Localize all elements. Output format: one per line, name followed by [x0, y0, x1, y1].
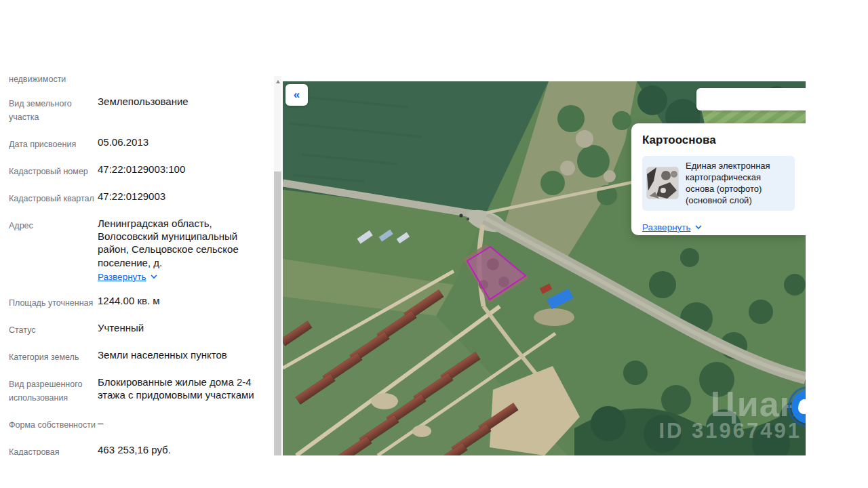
address-value: Ленинградская область, Волосовский муниц… [98, 217, 268, 269]
basemap-panel-title: Картооснова [642, 134, 795, 147]
chevron-down-icon [151, 273, 157, 280]
chevron-down-icon [695, 224, 702, 230]
detail-row-cadastral-block: Кадастровый квартал 47:22:0129003 [9, 190, 268, 205]
detail-row-assignment-date: Дата присвоения 05.06.2013 [9, 136, 268, 151]
detail-row-area: Площадь уточненная 1244.00 кв. м [9, 294, 268, 310]
basemap-layer-name: Единая электронная картографическая осно… [686, 160, 789, 207]
detail-row-address: Адрес Ленинградская область, Волосовский… [9, 217, 268, 283]
basemap-expand-link[interactable]: Развернуть [642, 222, 702, 232]
detail-row-land-type: Вид земельного участка Землепользование [9, 95, 268, 124]
property-details-panel: недвижимости Вид земельного участка Земл… [9, 75, 268, 455]
detail-row-cadastral-number: Кадастровый номер 47:22:0129003:100 [9, 163, 268, 178]
map-container: « Картооснова Единая электронна [283, 81, 806, 455]
detail-row-land-category: Категория земель Земли населенных пункто… [9, 348, 268, 364]
detail-row-permitted-use: Вид разрешенного использования Блокирова… [9, 375, 268, 405]
scrollbar-thumb[interactable] [274, 171, 281, 455]
page: недвижимости Вид земельного участка Земл… [0, 0, 868, 488]
detail-row-status: Статус Учтенный [9, 321, 268, 337]
panel-scrollbar[interactable] [274, 76, 281, 455]
basemap-panel: Картооснова Единая электронная картограф… [631, 123, 806, 235]
collapse-icon: « [294, 88, 300, 102]
address-expand-link[interactable]: Развернуть [98, 272, 157, 282]
basemap-thumbnail [646, 167, 679, 199]
truncated-label: недвижимости [9, 75, 268, 84]
scroll-up-arrow[interactable] [274, 77, 281, 85]
detail-row-cadastral-value: Кадастровая стоимость 463 253,16 руб. [9, 443, 268, 455]
map-search-input[interactable] [696, 88, 806, 110]
detail-row-ownership-form: Форма собственности – [9, 416, 268, 432]
basemap-layer-option[interactable]: Единая электронная картографическая осно… [642, 156, 795, 211]
collapse-panel-button[interactable]: « [285, 84, 308, 106]
